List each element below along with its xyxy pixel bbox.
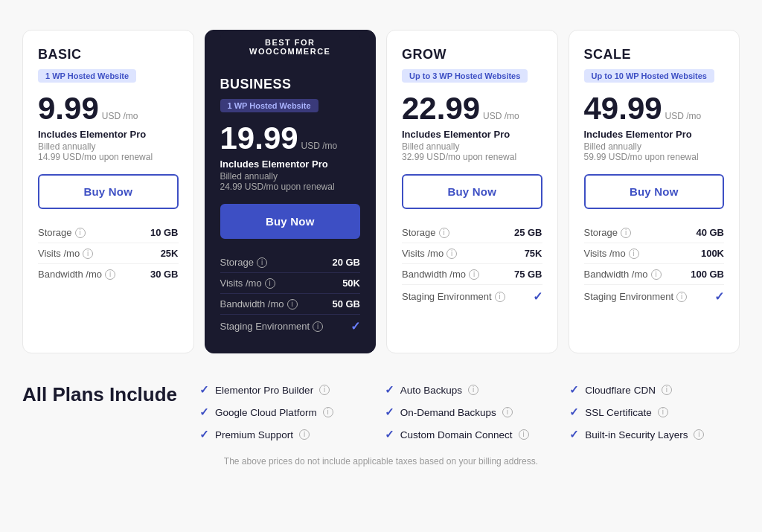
spec-label-grow-2: Bandwidth /mo i <box>402 269 479 280</box>
spec-item-scale-3: Staging Environment i ✓ <box>584 285 725 308</box>
feature-label-7: Custom Domain Connect <box>400 429 513 440</box>
plans-row: BASIC1 WP Hosted Website 9.99 USD /mo In… <box>22 30 740 353</box>
price-row-grow: 22.99 USD /mo <box>402 93 542 124</box>
hosted-badge-basic: 1 WP Hosted Website <box>38 69 136 83</box>
feature-check-8: ✓ <box>569 428 579 441</box>
feature-label-2: Cloudflare CDN <box>585 385 656 396</box>
spec-item-basic-2: Bandwidth /mo i 30 GB <box>38 264 179 284</box>
info-icon[interactable]: i <box>287 299 298 310</box>
price-row-basic: 9.99 USD /mo <box>38 93 179 124</box>
spec-label-grow-1: Visits /mo i <box>402 248 457 259</box>
plan-name-basic: BASIC <box>38 47 179 63</box>
spec-item-business-1: Visits /mo i 50K <box>220 273 361 294</box>
info-icon[interactable]: i <box>83 249 93 259</box>
spec-value-business-1: 50K <box>342 278 360 289</box>
feature-info-icon-7[interactable]: i <box>519 429 529 440</box>
spec-item-basic-1: Visits /mo i 25K <box>38 243 179 264</box>
feature-label-0: Elementor Pro Builder <box>215 385 313 396</box>
spec-label-grow-0: Storage i <box>402 227 449 238</box>
buy-button-grow[interactable]: Buy Now <box>402 174 542 209</box>
info-icon[interactable]: i <box>651 269 662 280</box>
price-row-business: 19.99 USD /mo <box>220 123 361 154</box>
plan-card-basic: BASIC1 WP Hosted Website 9.99 USD /mo In… <box>22 30 194 353</box>
pricing-page: BASIC1 WP Hosted Website 9.99 USD /mo In… <box>15 15 747 489</box>
info-icon[interactable]: i <box>495 292 505 302</box>
includes-label-grow: Includes Elementor Pro <box>402 129 542 140</box>
hosted-badge-business: 1 WP Hosted Website <box>220 99 318 112</box>
info-icon[interactable]: i <box>313 321 323 332</box>
spec-item-business-0: Storage i 20 GB <box>220 252 361 273</box>
spec-label-scale-3: Staging Environment i <box>584 291 688 302</box>
feature-item-1: ✓ Auto Backups i <box>385 383 555 397</box>
billed-text-business: Billed annually24.99 USD/mo upon renewal <box>220 171 361 192</box>
spec-label-basic-1: Visits /mo i <box>38 248 93 259</box>
feature-info-icon-1[interactable]: i <box>468 385 478 395</box>
spec-label-business-1: Visits /mo i <box>220 278 275 289</box>
spec-label-scale-0: Storage i <box>584 227 632 238</box>
buy-button-business[interactable]: Buy Now <box>220 204 361 239</box>
spec-item-grow-3: Staging Environment i ✓ <box>402 285 542 308</box>
info-icon[interactable]: i <box>265 278 275 289</box>
all-plans-title: All Plans Include <box>22 383 177 406</box>
feature-check-5: ✓ <box>569 406 579 419</box>
feature-label-4: On-Demand Backups <box>400 407 496 418</box>
feature-label-6: Premium Support <box>215 429 293 440</box>
spec-value-grow-2: 75 GB <box>514 269 542 280</box>
feature-info-icon-2[interactable]: i <box>662 385 672 395</box>
feature-info-icon-8[interactable]: i <box>694 429 704 440</box>
includes-label-basic: Includes Elementor Pro <box>38 129 179 140</box>
feature-check-7: ✓ <box>385 428 394 441</box>
price-amount-business: 19.99 <box>220 123 298 154</box>
spec-item-business-2: Bandwidth /mo i 50 GB <box>220 294 361 315</box>
buy-button-basic[interactable]: Buy Now <box>38 174 179 209</box>
billed-text-grow: Billed annually32.99 USD/mo upon renewal <box>402 141 542 162</box>
info-icon[interactable]: i <box>621 228 631 238</box>
includes-label-business: Includes Elementor Pro <box>220 158 361 170</box>
spec-label-grow-3: Staging Environment i <box>402 291 505 302</box>
feature-item-7: ✓ Custom Domain Connect i <box>385 428 555 441</box>
spec-value-grow-0: 25 GB <box>514 227 542 238</box>
price-amount-grow: 22.99 <box>402 93 480 124</box>
feature-check-2: ✓ <box>569 383 579 397</box>
spec-value-basic-2: 30 GB <box>150 269 179 280</box>
specs-list-grow: Storage i 25 GB Visits /mo i 75K Bandwid… <box>402 222 542 308</box>
spec-label-basic-2: Bandwidth /mo i <box>38 269 115 280</box>
spec-item-grow-0: Storage i 25 GB <box>402 222 542 243</box>
plan-card-business: BEST FOR WOOCOMMERCEBUSINESS1 WP Hosted … <box>205 30 377 353</box>
price-suffix-basic: USD /mo <box>102 111 138 121</box>
feature-info-icon-6[interactable]: i <box>299 429 310 440</box>
spec-value-business-0: 20 GB <box>332 257 360 268</box>
feature-info-icon-3[interactable]: i <box>323 407 333 417</box>
feature-info-icon-0[interactable]: i <box>319 385 330 395</box>
spec-item-scale-0: Storage i 40 GB <box>584 222 725 243</box>
info-icon[interactable]: i <box>469 269 479 280</box>
all-plans-features: ✓ Elementor Pro Builder i✓ Auto Backups … <box>199 383 740 441</box>
info-icon[interactable]: i <box>105 269 115 280</box>
specs-list-scale: Storage i 40 GB Visits /mo i 100K Bandwi… <box>584 222 725 308</box>
price-suffix-grow: USD /mo <box>483 111 519 121</box>
info-icon[interactable]: i <box>629 249 639 259</box>
feature-info-icon-5[interactable]: i <box>658 407 668 417</box>
feature-item-8: ✓ Built-in Security Layers i <box>569 428 740 441</box>
spec-item-basic-0: Storage i 10 GB <box>38 222 179 243</box>
info-icon[interactable]: i <box>75 228 86 238</box>
feature-info-icon-4[interactable]: i <box>502 407 513 417</box>
spec-item-scale-1: Visits /mo i 100K <box>584 243 725 264</box>
spec-item-grow-1: Visits /mo i 75K <box>402 243 542 264</box>
price-amount-basic: 9.99 <box>38 93 99 124</box>
info-icon[interactable]: i <box>676 292 687 302</box>
buy-button-scale[interactable]: Buy Now <box>584 174 725 209</box>
info-icon[interactable]: i <box>446 249 457 259</box>
spec-label-business-3: Staging Environment i <box>220 321 324 332</box>
spec-value-business-2: 50 GB <box>332 298 360 310</box>
info-icon[interactable]: i <box>439 228 449 238</box>
price-suffix-scale: USD /mo <box>665 111 702 121</box>
spec-value-business-3: ✓ <box>350 319 360 333</box>
price-suffix-business: USD /mo <box>301 141 338 151</box>
spec-value-grow-1: 75K <box>525 248 542 259</box>
spec-item-business-3: Staging Environment i ✓ <box>220 315 361 338</box>
spec-value-scale-3: ✓ <box>714 289 724 304</box>
specs-list-business: Storage i 20 GB Visits /mo i 50K Bandwid… <box>220 252 361 338</box>
info-icon[interactable]: i <box>257 257 267 268</box>
plan-name-business: BUSINESS <box>220 77 361 92</box>
